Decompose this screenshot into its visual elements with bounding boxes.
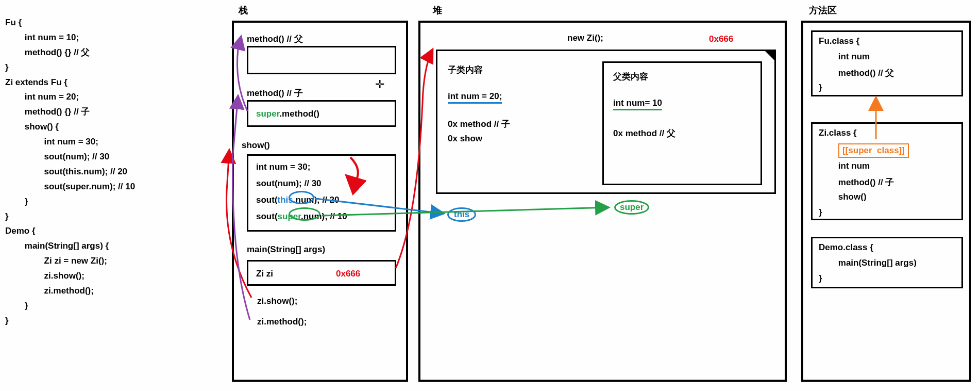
zi-method: method() // 子 <box>819 176 894 188</box>
heap-parent-box: 父类内容 int num= 10 0x method // 父 <box>602 61 762 185</box>
heap-child-show: 0x show <box>448 134 482 144</box>
super-keyword: super <box>256 109 279 119</box>
this-label: this <box>447 207 476 222</box>
method-area-panel: Fu.class { int num method() // 父 } Zi.cl… <box>801 21 971 382</box>
heap-panel: new Zi(); 0x666 子类内容 int num = 20; 0x me… <box>418 21 787 382</box>
method-suffix: .method() <box>279 109 319 119</box>
sout-prefix: sout( <box>256 211 278 221</box>
heap-parent-title: 父类内容 <box>613 71 648 83</box>
corner-flag-icon <box>764 50 776 62</box>
code-line: zi.show(); <box>5 269 175 284</box>
main-addr: 0x666 <box>336 269 360 279</box>
stack-title: 栈 <box>239 4 248 17</box>
heap-child-title: 子类内容 <box>448 64 483 76</box>
code-line: sout(num); // 30 <box>5 150 175 165</box>
source-code: Fu { int num = 10; method() {} // 父 } Zi… <box>5 15 175 329</box>
zi-super-class: [[super_class]] <box>838 143 909 158</box>
fu-close: } <box>819 83 822 93</box>
demo-main: main(String[] args) <box>819 258 917 268</box>
stack-method-fu-label: method() // 父 <box>247 33 303 45</box>
code-line: show() { <box>5 120 175 135</box>
super-method-call: super.method() <box>256 109 319 119</box>
fu-class-label: Fu.class { <box>819 36 859 46</box>
demo-class-label: Demo.class { <box>819 242 873 253</box>
code-line: zi.method(); <box>5 284 175 299</box>
fu-num: int num <box>819 52 870 62</box>
show-line: int num = 30; <box>256 162 310 172</box>
cursor-crosshair-icon: ✛ <box>375 78 384 91</box>
code-line: } <box>5 194 175 209</box>
heap-child-num: int num = 20; <box>448 91 502 102</box>
fu-class-box: Fu.class { int num method() // 父 } <box>811 30 963 96</box>
code-line: } <box>5 299 175 314</box>
main-call-method: zi.method(); <box>257 317 307 327</box>
stack-show-label: show() <box>242 140 270 151</box>
code-line: } <box>5 60 175 75</box>
zi-show: show() <box>819 192 867 202</box>
this-ellipse-icon <box>289 191 314 204</box>
code-line: int num = 20; <box>5 90 175 105</box>
stack-method-zi-label: method() // 子 <box>247 87 303 99</box>
demo-close: } <box>819 273 822 284</box>
zi-close: } <box>819 207 822 218</box>
code-line: sout(this.num); // 20 <box>5 165 175 180</box>
super-label: super <box>614 200 649 215</box>
code-line: } <box>5 209 175 224</box>
stack-method-zi-frame: super.method() <box>247 100 396 127</box>
code-line: int num = 10; <box>5 30 175 45</box>
fu-method: method() // 父 <box>819 67 894 79</box>
sout-prefix: sout( <box>256 195 278 205</box>
stack-panel: method() // 父 method() // 子 super.method… <box>232 21 408 382</box>
stack-method-fu-frame <box>247 46 396 74</box>
stack-main-label: main(String[] args) <box>247 245 325 255</box>
heap-child-method: 0x method // 子 <box>448 118 510 130</box>
heap-title: 堆 <box>433 4 442 17</box>
code-line: method() {} // 父 <box>5 45 175 60</box>
code-line: int num = 30; <box>5 135 175 150</box>
heap-parent-num: int num= 10 <box>613 98 662 108</box>
main-call-show: zi.show(); <box>257 296 297 306</box>
heap-addr: 0x666 <box>709 34 733 44</box>
code-line: Zi zi = new Zi(); <box>5 254 175 269</box>
super-ellipse-icon <box>289 207 320 221</box>
method-area-title: 方法区 <box>809 4 837 17</box>
zi-class-box: Zi.class { [[super_class]] int num metho… <box>811 122 963 220</box>
code-line: main(String[] args) { <box>5 239 175 254</box>
heap-object-box: 子类内容 int num = 20; 0x method // 子 0x sho… <box>436 50 776 194</box>
zi-num: int num <box>819 161 870 171</box>
code-line: } <box>5 314 175 329</box>
demo-class-box: Demo.class { main(String[] args) } <box>811 237 963 288</box>
code-line: sout(super.num); // 10 <box>5 180 175 194</box>
stack-show-frame: int num = 30; sout(num); // 30 sout(this… <box>247 154 396 232</box>
heap-parent-method: 0x method // 父 <box>613 127 675 139</box>
zi-class-label: Zi.class { <box>819 128 857 138</box>
code-line: Zi extends Fu { <box>5 75 175 90</box>
code-line: method() {} // 子 <box>5 105 175 120</box>
code-line: Demo { <box>5 224 175 239</box>
stack-main-frame: Zi zi 0x666 <box>247 260 396 286</box>
code-line: Fu { <box>5 15 175 30</box>
heap-newzi-label: new Zi(); <box>567 33 603 43</box>
show-line: sout(num); // 30 <box>256 178 322 189</box>
main-var: Zi zi <box>256 269 273 279</box>
